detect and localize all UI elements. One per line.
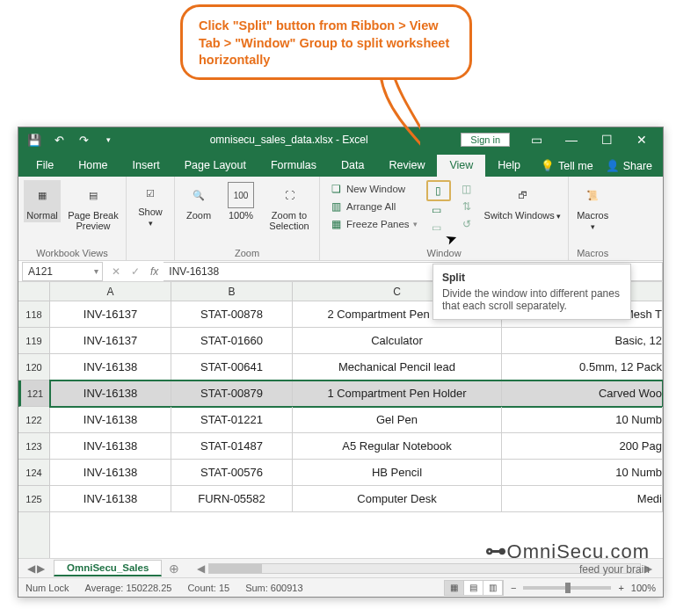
row-headers: 118 119 120 121 122 123 124 125 [18,282,50,558]
macros-icon: 📜 [579,182,606,208]
callout-tail [367,76,420,155]
page-break-mode-icon[interactable]: ▥ [483,581,503,595]
tab-nav-next-icon[interactable]: ▶ [37,562,45,575]
tab-help[interactable]: Help [485,155,533,177]
qat-dropdown-icon[interactable]: ▾ [99,131,117,149]
status-bar: Num Lock Average: 150228.25 Count: 15 Su… [18,577,663,597]
close-icon[interactable]: ✕ [626,128,658,151]
tab-review[interactable]: Review [376,155,437,177]
undo-icon[interactable]: ↶ [50,131,68,149]
normal-mode-icon[interactable]: ▦ [445,581,464,595]
zoom-out-icon[interactable]: − [511,583,516,593]
view-side-by-side-button[interactable]: ◫ [456,180,477,198]
split-button[interactable]: ▯ [426,180,451,201]
table-row-selected: INV-16138STAT-008791 Compartment Pen Hol… [50,380,663,407]
row-header[interactable]: 125 [18,486,49,512]
table-row: INV-16137STAT-01660CalculatorBasic, 12 [50,328,663,354]
row-header[interactable]: 120 [18,354,49,380]
view-mode-buttons[interactable]: ▦ ▤ ▥ [444,580,504,596]
normal-view-button[interactable]: ▦ Normal [24,180,61,222]
table-row: INV-16138STAT-00641Mechanical Pencil lea… [50,354,663,380]
hide-icon: ▭ [430,203,444,217]
scroll-left-icon[interactable]: ◀ [193,562,208,575]
save-icon[interactable]: 💾 [25,131,43,149]
group-macros: 📜 Macros▾ Macros [569,177,616,260]
show-icon: ☑ [139,182,162,205]
arrange-all-button[interactable]: ▥Arrange All [325,198,399,215]
tab-data[interactable]: Data [329,155,376,177]
zoom-in-icon[interactable]: + [618,583,623,593]
tell-me-button[interactable]: 💡 Tell me [541,159,593,172]
reset-position-button[interactable]: ↺ [456,215,477,233]
tab-insert[interactable]: Insert [120,155,172,177]
tab-nav-prev-icon[interactable]: ◀ [27,562,35,575]
new-window-button[interactable]: ❏New Window [325,180,409,198]
minimize-icon[interactable]: — [556,128,587,151]
column-header[interactable]: A [50,282,171,301]
add-sheet-icon[interactable]: ⊕ [162,562,186,576]
tab-file[interactable]: File [24,155,66,177]
page-break-preview-button[interactable]: ▤ Page Break Preview [66,180,120,233]
sheet-tab-bar: ◀ ▶ OmniSecu_Sales ⊕ ◀ ▶ [18,558,663,577]
ribbon-display-icon[interactable]: ▭ [520,128,552,151]
row-header[interactable]: 122 [18,407,49,433]
row-header[interactable]: 119 [18,328,49,354]
show-button[interactable]: ☑ Show▾ [132,180,169,230]
status-average: Average: 150228.25 [85,583,172,593]
zoom-icon: 🔍 [185,182,212,208]
tab-home[interactable]: Home [66,155,120,177]
status-sum: Sum: 600913 [245,583,302,593]
row-header[interactable]: 118 [18,301,49,328]
group-workbook-views: ▦ Normal ▤ Page Break Preview Workbook V… [18,177,127,260]
horizontal-scrollbar[interactable]: ◀ ▶ [186,562,663,575]
freeze-panes-button[interactable]: ▦Freeze Panes ▾ [325,215,421,233]
share-button[interactable]: 👤 Share [606,159,652,172]
sign-in-button[interactable]: Sign in [461,133,510,147]
grid-body[interactable]: INV-16137STAT-008782 Compartment Pen Hol… [50,301,663,558]
scroll-right-icon[interactable]: ▶ [641,562,656,575]
group-label: Macros [574,248,611,258]
tab-formulas[interactable]: Formulas [258,155,329,177]
sheet-tab[interactable]: OmniSecu_Sales [54,560,162,576]
tab-page-layout[interactable]: Page Layout [172,155,258,177]
ribbon: ▦ Normal ▤ Page Break Preview Workbook V… [18,177,663,261]
select-all-corner[interactable] [18,282,49,301]
group-label: Zoom [180,248,314,258]
zoom-selection-button[interactable]: ⛶ Zoom to Selection [265,180,314,233]
group-label: Workbook Views [24,248,120,258]
status-count: Count: 15 [187,583,229,593]
row-header[interactable]: 123 [18,433,49,460]
page-layout-mode-icon[interactable]: ▤ [464,581,483,595]
normal-view-icon: ▦ [29,182,55,208]
share-icon: 👤 [606,159,620,172]
tab-view[interactable]: View [437,155,485,177]
numlock-indicator: Num Lock [25,583,69,593]
enter-formula-icon[interactable]: ✓ [126,265,145,278]
zoom-selection-icon: ⛶ [276,182,302,208]
fx-icon[interactable]: fx [145,265,164,278]
zoom-level[interactable]: 100% [631,583,656,593]
macros-button[interactable]: 📜 Macros▾ [574,180,611,234]
redo-icon[interactable]: ↷ [75,131,92,149]
new-window-icon: ❏ [329,182,343,196]
unhide-button[interactable]: ▭ [426,219,447,236]
cancel-formula-icon[interactable]: ✕ [106,265,126,278]
title-bar: 💾 ↶ ↷ ▾ omnisecu_sales_data.xlsx - Excel… [18,127,663,152]
row-header[interactable]: 121 [18,380,49,407]
scroll-thumb[interactable] [209,564,262,573]
hide-button[interactable]: ▭ [426,201,447,219]
sync-scroll-button[interactable]: ⇅ [456,198,477,215]
zoom-100-button[interactable]: 100 100% [222,180,259,222]
worksheet: 118 119 120 121 122 123 124 125 A B C D … [18,282,663,558]
zoom-button[interactable]: 🔍 Zoom [180,180,217,222]
row-header[interactable]: 124 [18,460,49,486]
column-header[interactable]: B [171,282,293,301]
table-row: INV-16138STAT-00576HB Pencil10 Numb [50,460,663,486]
group-show: ☑ Show▾ [127,177,175,260]
zoom-slider[interactable] [523,586,611,590]
callout-text: Click "Split" button from Ribbon > View … [199,18,449,67]
name-box[interactable]: A121 ▾ [22,262,103,281]
maximize-icon[interactable]: ☐ [591,128,622,151]
split-tooltip: Split Divide the window into different p… [432,264,631,320]
switch-windows-button[interactable]: 🗗 Switch Windows ▾ [483,180,563,223]
